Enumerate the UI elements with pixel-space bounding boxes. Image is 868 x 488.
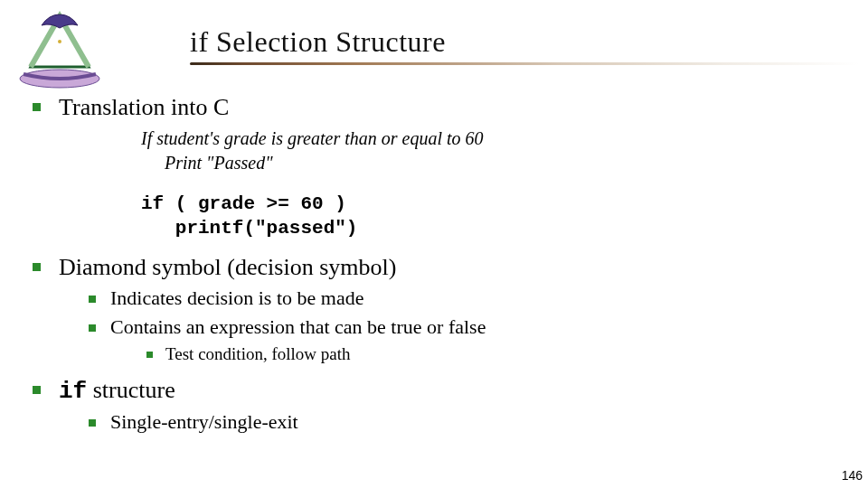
code-line: if ( grade >= 60 ) — [141, 193, 346, 214]
bullet-diamond: Diamond symbol (decision symbol) — [33, 254, 841, 281]
bullet-icon — [33, 103, 41, 111]
slide: if Selection Structure Translation into … — [0, 0, 868, 488]
bullet-text: Indicates decision is to be made — [110, 286, 363, 310]
bullet-if-structure: if structure — [33, 377, 841, 405]
bullet-translation: Translation into C — [33, 94, 841, 121]
bullet-text-rest: structure — [87, 377, 175, 403]
code-block: if ( grade >= 60 ) printf("passed") — [141, 192, 841, 241]
bullet-text: Single-entry/single-exit — [110, 410, 298, 434]
bullet-text: Contains an expression that can be true … — [110, 315, 486, 339]
bullet-text: Translation into C — [59, 94, 229, 121]
bullet-text: Diamond symbol (decision symbol) — [59, 254, 396, 281]
title-area: if Selection Structure — [190, 25, 841, 65]
bullet-icon — [33, 263, 41, 271]
bullet-icon — [89, 324, 96, 332]
subbullet-indicates: Indicates decision is to be made — [89, 286, 841, 310]
title-underline — [190, 62, 859, 65]
bullet-icon — [89, 296, 96, 303]
code-keyword: if — [59, 378, 87, 405]
pseudocode-line: Print "Passed" — [141, 151, 841, 175]
subsubbullet-test: Test condition, follow path — [146, 344, 841, 364]
content-area: Translation into C If student's grade is… — [33, 94, 841, 436]
bullet-icon — [33, 386, 41, 394]
page-number: 146 — [842, 468, 863, 483]
pseudocode-line: If student's grade is greater than or eq… — [141, 127, 841, 151]
subbullet-contains: Contains an expression that can be true … — [89, 315, 841, 339]
slide-title: if Selection Structure — [190, 25, 841, 59]
bullet-icon — [146, 352, 153, 358]
bullet-icon — [89, 419, 96, 427]
svg-point-1 — [58, 40, 61, 43]
pseudocode-block: If student's grade is greater than or eq… — [141, 127, 841, 175]
bullet-text: Test condition, follow path — [165, 344, 350, 364]
code-line: printf("passed") — [141, 218, 357, 239]
university-logo — [14, 0, 105, 90]
bullet-text: if structure — [59, 377, 175, 405]
subbullet-single-entry: Single-entry/single-exit — [89, 410, 841, 434]
